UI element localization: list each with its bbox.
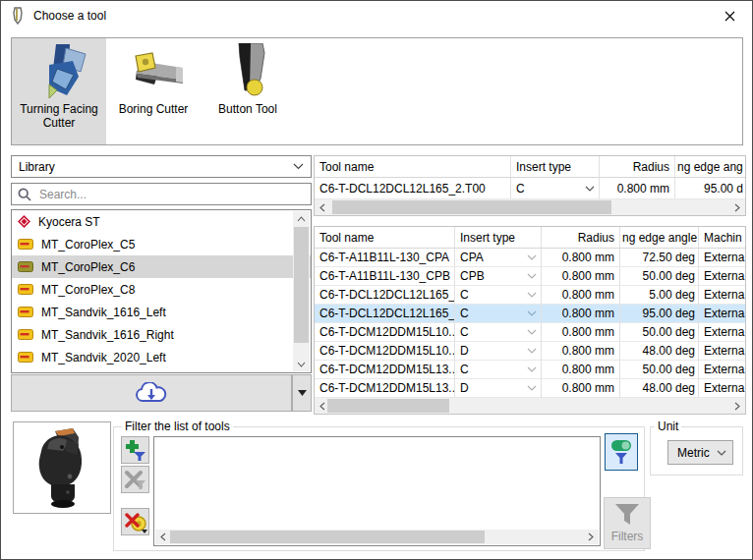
tool-row[interactable]: C6-T-A11B11L-130_CPB CPB 0.800 mm 50.00 …: [315, 267, 745, 286]
cell-machining: Externa: [699, 361, 745, 379]
cloud-download-icon: [135, 382, 168, 405]
library-badge-icon: [18, 307, 33, 317]
header-tool-name[interactable]: Tool name: [315, 227, 455, 249]
header-insert-type[interactable]: Insert type: [455, 227, 542, 249]
library-item[interactable]: MT_Sandvik_2020_Left: [12, 346, 311, 368]
scrollbar-thumb[interactable]: [170, 531, 485, 543]
download-options-button[interactable]: [292, 374, 312, 412]
tool-row-selected[interactable]: C6-T-DCL12DCL12L165_2 C 0.800 mm 95.00 d…: [315, 305, 745, 323]
filters-button[interactable]: Filters: [604, 497, 651, 549]
header-machining[interactable]: Machin: [699, 227, 745, 249]
filter-list-box[interactable]: [153, 436, 601, 546]
library-item[interactable]: MT_Sandvik_1616_Right: [12, 323, 311, 346]
library-item[interactable]: MT_CoroPlex_C8: [12, 278, 311, 301]
tools-table-hscrollbar[interactable]: [315, 398, 745, 414]
header-radius[interactable]: Radius: [542, 227, 620, 249]
add-filter-icon: [125, 440, 145, 461]
tool-row[interactable]: C6-T-DCL12DCL12L165_1 C 0.800 mm 5.00 de…: [315, 286, 745, 305]
cell-radius: 0.800 mm: [600, 178, 675, 199]
clear-filter-button[interactable]: [121, 508, 149, 535]
cell-machining: Externa: [699, 379, 745, 398]
chevron-down-icon: [527, 366, 537, 372]
tool-row[interactable]: C6-T-DCM12DDM15L13... C 0.800 mm 50.00 d…: [315, 361, 745, 379]
cell-insert-type-dropdown[interactable]: C: [455, 323, 542, 342]
scroll-left-icon[interactable]: [155, 530, 171, 544]
download-library-button[interactable]: [11, 374, 292, 412]
header-insert-type[interactable]: Insert type: [511, 156, 600, 178]
selected-tool-row[interactable]: C6-T-DCL12DCL12L165_2.T00 C 0.800 mm 95.…: [315, 178, 745, 199]
header-leading-edge-angle[interactable]: ng edge angle: [620, 227, 699, 249]
tool-row[interactable]: C6-T-DCM12DDM15L10... D 0.800 mm 48.00 d…: [315, 342, 745, 361]
unit-selector[interactable]: Metric: [667, 440, 733, 465]
scroll-right-icon[interactable]: [583, 530, 599, 544]
cell-radius: 0.800 mm: [542, 379, 620, 398]
scroll-right-icon[interactable]: [729, 199, 745, 215]
insert-type-value: C: [460, 288, 469, 302]
scroll-down-icon[interactable]: [293, 357, 310, 371]
library-item-selected[interactable]: MT_CoroPlex_C6: [12, 255, 311, 278]
scroll-left-icon[interactable]: [315, 199, 330, 215]
cell-insert-type-dropdown[interactable]: CPB: [455, 267, 542, 286]
cell-insert-type-dropdown[interactable]: C: [455, 361, 542, 379]
close-icon: [724, 11, 735, 22]
header-tool-name[interactable]: Tool name: [315, 156, 511, 178]
insert-type-value: D: [460, 381, 469, 395]
tool-type-turning-facing-cutter[interactable]: Turning Facing Cutter: [12, 38, 106, 144]
insert-type-value: CPA: [460, 251, 484, 264]
library-item-label: MT_Sandvik_2020_Left: [41, 351, 166, 364]
cell-insert-type-dropdown[interactable]: C: [455, 305, 542, 323]
cell-machining: Externa: [699, 305, 745, 323]
app-icon: [11, 7, 25, 25]
scrollbar-thumb[interactable]: [294, 227, 309, 343]
header-leading-edge-angle[interactable]: ng edge ang: [675, 156, 745, 178]
library-badge-icon: [18, 239, 33, 250]
chevron-down-icon: [293, 163, 304, 170]
header-radius[interactable]: Radius: [600, 156, 675, 178]
cell-insert-type-dropdown[interactable]: D: [455, 379, 542, 398]
tool-type-button-tool[interactable]: Button Tool: [201, 38, 295, 144]
unit-value: Metric: [677, 446, 710, 460]
unit-group-label: Unit: [655, 420, 681, 433]
close-button[interactable]: [708, 1, 752, 30]
chevron-down-icon: [527, 273, 537, 279]
cell-radius: 0.800 mm: [542, 267, 620, 286]
cell-insert-type-dropdown[interactable]: CPA: [455, 249, 542, 267]
cell-tool-name: C6-T-DCM12DDM15L10...: [315, 323, 455, 342]
toggle-filter-button[interactable]: [605, 433, 638, 471]
insert-type-value: C: [460, 363, 469, 376]
remove-filter-button[interactable]: [121, 466, 149, 493]
library-item[interactable]: MT_Sandvik_1616_Left: [12, 301, 311, 323]
tool-type-boring-cutter[interactable]: Boring Cutter: [106, 38, 201, 144]
library-list-scrollbar[interactable]: [293, 211, 310, 371]
scrollbar-thumb[interactable]: [332, 200, 611, 214]
tool-type-label: Button Tool: [202, 102, 294, 116]
cell-insert-type-dropdown[interactable]: C: [511, 178, 600, 199]
chevron-down-icon: [527, 385, 537, 391]
scrollbar-thumb[interactable]: [327, 399, 449, 413]
search-input[interactable]: [37, 187, 305, 202]
scroll-right-icon[interactable]: [729, 398, 745, 414]
chevron-down-icon: [527, 254, 537, 260]
cell-insert-type-dropdown[interactable]: D: [455, 342, 542, 361]
tool-row[interactable]: C6-T-DCM12DDM15L10... C 0.800 mm 50.00 d…: [315, 323, 745, 342]
library-selector[interactable]: Library: [11, 155, 312, 178]
add-filter-button[interactable]: [121, 436, 149, 464]
selected-tool-table-header: Tool name Insert type Radius ng edge ang: [315, 156, 745, 178]
tool-row[interactable]: C6-T-DCM12DDM15L13... D 0.800 mm 48.00 d…: [315, 379, 745, 398]
library-item[interactable]: Kyocera ST: [12, 210, 311, 233]
scroll-up-icon[interactable]: [293, 211, 310, 226]
cell-insert-type-dropdown[interactable]: C: [455, 286, 542, 305]
selected-tool-table-hscrollbar[interactable]: [315, 199, 745, 215]
cell-tool-name: C6-T-DCM12DDM15L13...: [315, 379, 455, 398]
library-badge-icon: [18, 261, 33, 272]
library-item[interactable]: MT_CoroPlex_C5: [12, 233, 311, 255]
filters-funnel-icon: [612, 503, 642, 527]
filter-list-hscrollbar[interactable]: [155, 530, 599, 544]
tool-row[interactable]: C6-T-A11B11L-130_CPA CPA 0.800 mm 72.50 …: [315, 249, 745, 267]
tool-type-label: Boring Cutter: [107, 102, 200, 116]
insert-type-value: D: [460, 344, 469, 358]
library-item-label: MT_Sandvik_1616_Right: [41, 328, 174, 342]
library-item-label: MT_CoroPlex_C6: [41, 260, 135, 274]
chevron-down-icon: [585, 186, 595, 192]
library-item[interactable]: MT_Sandvik_2020_Right: [12, 368, 311, 373]
